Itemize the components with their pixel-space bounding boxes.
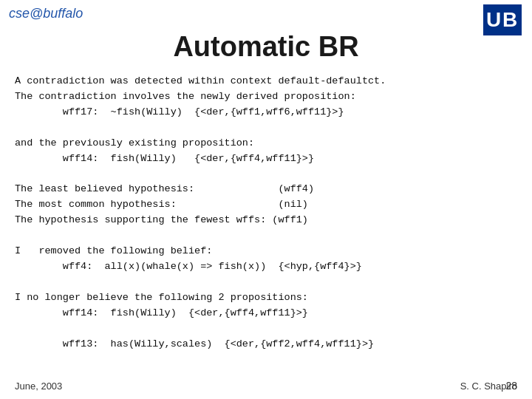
page-title: Automatic BR [0, 31, 532, 63]
content-text: A contradiction was detected within cont… [15, 74, 517, 352]
svg-text:U: U [486, 8, 501, 31]
footer-left: June, 2003 [15, 381, 62, 392]
svg-text:B: B [502, 8, 517, 31]
cse-logo: cse@buffalo [9, 6, 83, 21]
main-content: A contradiction was detected within cont… [15, 74, 517, 352]
page-number: 28 [505, 380, 517, 392]
footer: June, 2003 S. C. Shapiro [0, 381, 532, 392]
